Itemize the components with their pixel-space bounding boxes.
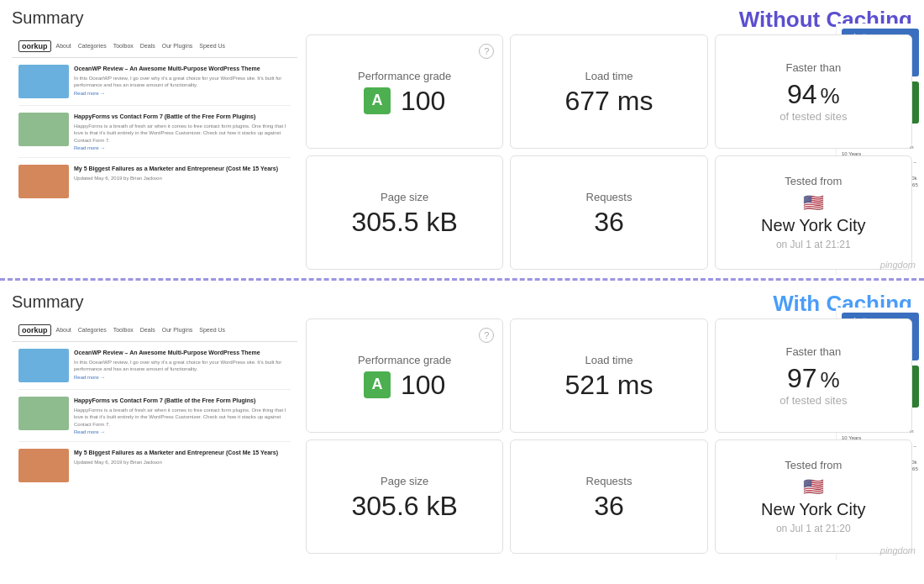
mock-post-body-b1: In this OceanWP review, I go over why it… (74, 359, 291, 373)
top-section: Summary Without Caching oorkup About Cat… (0, 0, 924, 275)
top-grade-row: A 100 (364, 87, 445, 114)
mock-post-body-1: In this OceanWP review, I go over why it… (74, 75, 291, 89)
mock-post-2: HappyForms vs Contact Form 7 (Battle of … (18, 113, 291, 158)
bottom-help-icon[interactable]: ? (479, 328, 494, 343)
mock-post-b1: OceanWP Review – An Awesome Multi-Purpos… (18, 349, 291, 390)
bottom-testedfrom-label: Tested from (785, 459, 842, 471)
mock-nav-item: Categories (78, 327, 107, 333)
bottom-performance-score: 100 (401, 371, 445, 398)
top-content: oorkup About Categories Toolbox Deals Ou… (12, 34, 912, 270)
bottom-performance-label: Performance grade (358, 354, 451, 366)
top-loadtime-value: 677 ms (565, 87, 654, 114)
top-faster-card: Faster than 94 % of tested sites (715, 34, 912, 149)
read-more-1: Read more → (74, 91, 291, 96)
top-pingdom-logo: pingdom (880, 260, 916, 270)
mock-nav-item: Our Plugins (162, 327, 193, 333)
top-faster-value: 94 (787, 79, 817, 110)
mock-post-img-b1 (18, 349, 69, 382)
mock-header-top: oorkup About Categories Toolbox Deals Ou… (12, 34, 297, 58)
mock-header-bottom: oorkup About Categories Toolbox Deals Ou… (12, 318, 297, 342)
mock-body-top: OceanWP Review – An Awesome Multi-Purpos… (12, 58, 297, 270)
bottom-pagesize-card: Page size 305.6 kB (306, 439, 503, 554)
mock-nav-bottom: About Categories Toolbox Deals Our Plugi… (56, 327, 226, 333)
mock-nav-item: Speed Us (199, 43, 225, 49)
mock-post-b2: HappyForms vs Contact Form 7 (Battle of … (18, 397, 291, 442)
mock-post-body-3: Updated May 6, 2019 by Brian Jackson (74, 175, 291, 182)
bottom-faster-sub: of tested sites (780, 394, 847, 407)
bottom-loadtime-label: Load time (585, 354, 633, 366)
mock-post-title-1: OceanWP Review – An Awesome Multi-Purpos… (74, 65, 291, 72)
top-faster-unit: % (821, 83, 840, 109)
mock-nav-item: Deals (140, 327, 155, 333)
bottom-pagesize-value: 305.6 kB (352, 492, 458, 519)
top-flag-icon: 🇺🇸 (761, 192, 866, 213)
bottom-section: Summary With Caching oorkup About Catego… (0, 284, 924, 560)
top-testedfrom-card: Tested from 🇺🇸 New York City on Jul 1 at… (715, 155, 912, 270)
bottom-testedfrom-card: Tested from 🇺🇸 New York City on Jul 1 at… (715, 439, 912, 554)
top-requests-value: 36 (594, 208, 624, 235)
mock-post-img-b2 (18, 397, 69, 430)
mock-nav-item: Categories (78, 43, 107, 49)
top-testedfrom-label: Tested from (785, 175, 842, 187)
top-tested-date: on Jul 1 at 21:21 (761, 239, 866, 250)
bottom-faster-card: Faster than 97 % of tested sites (715, 318, 912, 433)
bottom-faster-unit: % (821, 367, 840, 393)
bottom-tested-date: on Jul 1 at 21:20 (761, 523, 866, 534)
mock-post-text-b3: My 5 Biggest Failures as a Marketer and … (74, 449, 291, 482)
mock-posts-top: OceanWP Review – An Awesome Multi-Purpos… (12, 58, 297, 270)
bottom-pingdom-logo: pingdom (880, 545, 916, 555)
top-faster-label: Faster than (785, 61, 841, 74)
mock-post-text-b2: HappyForms vs Contact Form 7 (Battle of … (74, 397, 291, 434)
top-pagesize-card: Page size 305.5 kB (306, 155, 503, 270)
mock-post-3: My 5 Biggest Failures as a Marketer and … (18, 165, 291, 205)
mock-post-img-1 (18, 65, 69, 98)
bottom-pagesize-label: Page size (381, 475, 428, 487)
bottom-faster-row: 97 % (787, 363, 840, 394)
mock-post-b3: My 5 Biggest Failures as a Marketer and … (18, 449, 291, 489)
top-help-icon[interactable]: ? (479, 44, 494, 59)
mock-post-img-b3 (18, 449, 69, 482)
top-grade-badge: A (364, 87, 391, 114)
top-city-name: New York City (761, 216, 866, 235)
bottom-loadtime-value: 521 ms (565, 371, 654, 398)
mock-post-img-3 (18, 165, 69, 198)
bottom-screenshot: oorkup About Categories Toolbox Deals Ou… (12, 318, 297, 554)
bottom-content: oorkup About Categories Toolbox Deals Ou… (12, 318, 912, 554)
read-more-2: Read more → (74, 145, 291, 150)
bottom-tested-from-block: 🇺🇸 New York City on Jul 1 at 21:20 (761, 476, 866, 534)
mock-post-text-1: OceanWP Review – An Awesome Multi-Purpos… (74, 65, 291, 98)
mock-post-title-b2: HappyForms vs Contact Form 7 (Battle of … (74, 397, 291, 404)
mock-post-img-2 (18, 113, 69, 146)
bottom-metrics-grid: ? Performance grade A 100 Load time 521 … (306, 318, 912, 554)
mock-post-text-3: My 5 Biggest Failures as a Marketer and … (74, 165, 291, 198)
mock-post-title-b1: OceanWP Review – An Awesome Multi-Purpos… (74, 349, 291, 356)
bottom-requests-label: Requests (586, 475, 633, 487)
bottom-grade-badge: A (364, 371, 391, 398)
mock-nav-item: About (56, 43, 71, 49)
top-performance-label: Performance grade (358, 70, 451, 82)
bottom-faster-label: Faster than (785, 345, 841, 358)
mock-body-bottom: OceanWP Review – An Awesome Multi-Purpos… (12, 342, 297, 554)
mock-post-title-b3: My 5 Biggest Failures as a Marketer and … (74, 449, 291, 456)
mock-nav-item: About (56, 327, 71, 333)
mock-post-body-2: HappyForms is a breath of fresh air when… (74, 123, 291, 144)
mock-logo-bottom: oorkup (18, 324, 51, 336)
top-tested-from-block: 🇺🇸 New York City on Jul 1 at 21:21 (761, 192, 866, 250)
bottom-requests-card: Requests 36 (510, 439, 707, 554)
mock-post-title-2: HappyForms vs Contact Form 7 (Battle of … (74, 113, 291, 120)
mock-post-1: OceanWP Review – An Awesome Multi-Purpos… (18, 65, 291, 106)
bottom-grade-row: A 100 (364, 371, 445, 398)
section-divider (0, 278, 924, 281)
mock-post-body-b3: Updated May 6, 2019 by Brian Jackson (74, 459, 291, 466)
mock-post-body-b2: HappyForms is a breath of fresh air when… (74, 407, 291, 428)
read-more-b1: Read more → (74, 375, 291, 380)
top-requests-card: Requests 36 (510, 155, 707, 270)
bottom-faster-value: 97 (787, 363, 817, 394)
mock-post-title-3: My 5 Biggest Failures as a Marketer and … (74, 165, 291, 172)
top-requests-label: Requests (586, 191, 633, 203)
read-more-b2: Read more → (74, 429, 291, 434)
bottom-flag-icon: 🇺🇸 (761, 476, 866, 497)
top-faster-sub: of tested sites (780, 110, 847, 123)
mock-logo-top: oorkup (18, 40, 51, 52)
top-loadtime-card: Load time 677 ms (510, 34, 707, 149)
